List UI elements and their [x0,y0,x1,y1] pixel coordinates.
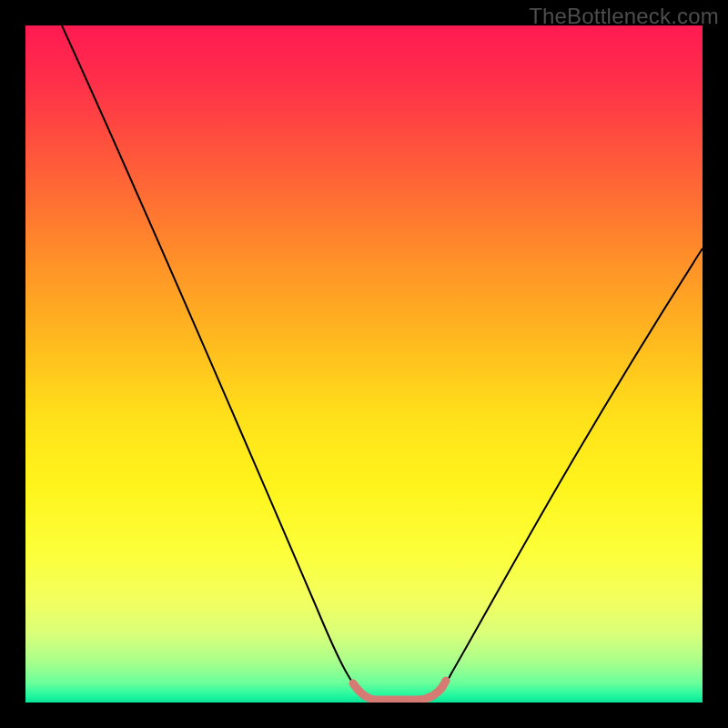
bottleneck-curve [62,25,703,701]
optimal-region-highlight [353,681,446,700]
watermark-text: TheBottleneck.com [529,4,719,29]
chart-frame: TheBottleneck.com [0,0,728,728]
curve-layer [25,25,703,703]
plot-area [25,25,703,703]
